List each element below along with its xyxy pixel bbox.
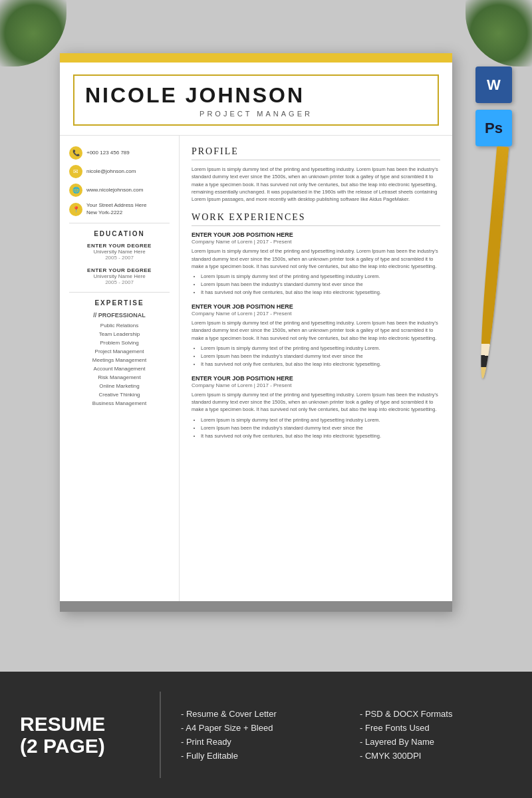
resume-label-line1: RESUME bbox=[20, 713, 140, 735]
resume-card: NICOLE JOHNSON PROJECT MANAGER 📞 +000 12… bbox=[60, 53, 452, 612]
header-section: NICOLE JOHNSON PROJECT MANAGER bbox=[60, 63, 452, 136]
work-section-title: WORK EXPERIENCES bbox=[192, 212, 440, 226]
job-bullets-2: Lorem Ipsum is simply dummy text of the … bbox=[192, 344, 440, 368]
bullet-item: It has survived not only five centuries,… bbox=[201, 432, 440, 440]
edu-university-1: University Name Here bbox=[69, 249, 170, 255]
expertise-meetings-management: Meetings Management bbox=[69, 357, 170, 363]
contact-website: 🌐 www.nicolejohnson.com bbox=[69, 184, 170, 197]
feature-layered-by-name: Layered By Name bbox=[360, 737, 512, 747]
top-accent-bar bbox=[60, 53, 452, 63]
email-text: nicole@johnson.com bbox=[86, 168, 136, 175]
photoshop-icon: Ps bbox=[475, 110, 512, 146]
main-content: PROFILE Lorem Ipsum is simply dummy text… bbox=[180, 136, 452, 601]
bullet-item: Lorem Ipsum is simply dummy text of the … bbox=[201, 416, 440, 424]
edu-degree-2: ENTER YOUR DEGREE bbox=[69, 267, 170, 273]
main-body: 📞 +000 123 456 789 ✉ nicole@johnson.com … bbox=[60, 136, 452, 601]
job-entry-3: ENTER YOUR JOB POSITION HERE Company Nam… bbox=[192, 375, 440, 440]
website-text: www.nicolejohnson.com bbox=[86, 187, 143, 194]
expertise-business-management: Business Management bbox=[69, 400, 170, 406]
word-icon-label: W bbox=[487, 76, 501, 94]
education-section-title: EDUCATION bbox=[69, 230, 170, 237]
feature-print-ready: Print Ready bbox=[181, 737, 333, 747]
email-icon: ✉ bbox=[69, 165, 82, 178]
sidebar: 📞 +000 123 456 789 ✉ nicole@johnson.com … bbox=[60, 136, 180, 601]
bottom-divider bbox=[160, 692, 161, 778]
feature-resume-cover: Resume & Cover Letter bbox=[181, 709, 333, 719]
bullet-item: Lorem Ipsum is simply dummy text of the … bbox=[201, 273, 440, 281]
feature-free-fonts: Free Fonts Used bbox=[360, 723, 512, 733]
resume-footer-bar bbox=[60, 601, 452, 612]
feature-a4-paper: A4 Paper Size + Bleed bbox=[181, 723, 333, 733]
edu-years-2: 2005 - 2007 bbox=[69, 279, 170, 285]
candidate-job-title: PROJECT MANAGER bbox=[85, 110, 427, 118]
edu-years-1: 2005 - 2007 bbox=[69, 255, 170, 261]
expertise-creative-thinking: Creative Thinking bbox=[69, 392, 170, 398]
expertise-risk-management: Risk Management bbox=[69, 374, 170, 380]
ps-icon-label: Ps bbox=[485, 120, 503, 137]
edu-degree-1: ENTER YOUR DEGREE bbox=[69, 243, 170, 249]
expertise-project-management: Project Management bbox=[69, 348, 170, 354]
expertise-subtitle: // PROFESSIONAL bbox=[69, 312, 170, 319]
company-name-3: Company Name of Lorem | 2017 - Present bbox=[192, 382, 440, 388]
header-inner-border: NICOLE JOHNSON PROJECT MANAGER bbox=[73, 74, 439, 126]
features-grid: Resume & Cover Letter PSD & DOCX Formats… bbox=[181, 709, 512, 761]
profile-section-title: PROFILE bbox=[192, 146, 440, 160]
bottom-label: RESUME (2 PAGE) bbox=[20, 713, 140, 757]
app-icons-container: W Ps bbox=[475, 66, 512, 146]
job-position-2: ENTER YOUR JOB POSITION HERE bbox=[192, 303, 440, 310]
education-item-2: ENTER YOUR DEGREE University Name Here 2… bbox=[69, 267, 170, 285]
feature-cmyk: CMYK 300DPI bbox=[360, 751, 512, 761]
expertise-problem-solving: Problem Solving bbox=[69, 340, 170, 346]
bullet-item: Lorem Ipsum has been the industry's stan… bbox=[201, 281, 440, 289]
bullet-item: It has survived not only five centuries,… bbox=[201, 360, 440, 368]
bottom-info-bar: RESUME (2 PAGE) Resume & Cover Letter PS… bbox=[0, 672, 532, 798]
job-entry-2: ENTER YOUR JOB POSITION HERE Company Nam… bbox=[192, 303, 440, 368]
job-position-1: ENTER YOUR JOB POSITION HERE bbox=[192, 231, 440, 238]
job-entry-1: ENTER YOUR JOB POSITION HERE Company Nam… bbox=[192, 231, 440, 297]
sidebar-divider-2 bbox=[69, 292, 170, 293]
sidebar-divider-1 bbox=[69, 223, 170, 223]
bullet-item: Lorem Ipsum has been the industry's stan… bbox=[201, 352, 440, 360]
education-item-1: ENTER YOUR DEGREE University Name Here 2… bbox=[69, 243, 170, 261]
job-description-2: Lorem Ipsum is simply dummy text of the … bbox=[192, 319, 440, 342]
bullet-item: It has survived not only five centuries,… bbox=[201, 289, 440, 297]
web-icon: 🌐 bbox=[69, 184, 82, 197]
expertise-online-marketing: Online Marketing bbox=[69, 383, 170, 389]
expertise-section-title: EXPERTISE bbox=[69, 299, 170, 307]
word-icon: W bbox=[475, 66, 512, 103]
resume-label-line2: (2 PAGE) bbox=[20, 735, 140, 757]
contact-address: 📍 Your Street Address HereNew York-2222 bbox=[69, 202, 170, 216]
phone-text: +000 123 456 789 bbox=[86, 150, 130, 156]
address-text: Your Street Address HereNew York-2222 bbox=[86, 202, 146, 216]
expertise-team-leadership: Team Leadership bbox=[69, 331, 170, 337]
edu-university-2: University Name Here bbox=[69, 273, 170, 279]
job-description-3: Lorem Ipsum is simply dummy text of the … bbox=[192, 391, 440, 414]
candidate-name: NICOLE JOHNSON bbox=[85, 84, 427, 107]
phone-icon: 📞 bbox=[69, 146, 82, 160]
job-position-3: ENTER YOUR JOB POSITION HERE bbox=[192, 375, 440, 382]
feature-fully-editable: Fully Editable bbox=[181, 751, 333, 761]
company-name-1: Company Name of Lorem | 2017 - Present bbox=[192, 239, 440, 245]
address-icon: 📍 bbox=[69, 203, 82, 216]
feature-psd-docx: PSD & DOCX Formats bbox=[360, 709, 512, 719]
company-name-2: Company Name of Lorem | 2017 - Present bbox=[192, 311, 440, 317]
expertise-public-relations: Public Relations bbox=[69, 323, 170, 329]
profile-text: Lorem Ipsum is simply dummy text of the … bbox=[192, 166, 440, 203]
bullet-item: Lorem Ipsum has been the industry's stan… bbox=[201, 424, 440, 432]
contact-phone: 📞 +000 123 456 789 bbox=[69, 146, 170, 160]
job-description-1: Lorem Ipsum is simply dummy text of the … bbox=[192, 247, 440, 270]
expertise-account-management: Account Management bbox=[69, 366, 170, 372]
job-bullets-3: Lorem Ipsum is simply dummy text of the … bbox=[192, 416, 440, 440]
contact-email: ✉ nicole@johnson.com bbox=[69, 165, 170, 178]
job-bullets-1: Lorem Ipsum is simply dummy text of the … bbox=[192, 273, 440, 297]
bullet-item: Lorem Ipsum is simply dummy text of the … bbox=[201, 344, 440, 352]
